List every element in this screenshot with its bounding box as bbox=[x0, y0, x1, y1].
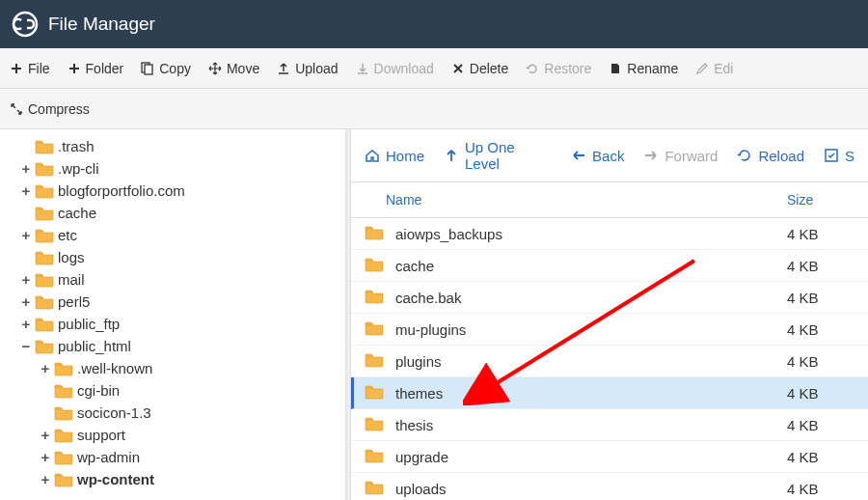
toolbar-secondary: Compress bbox=[0, 89, 868, 129]
back-icon bbox=[571, 148, 586, 163]
select-button[interactable]: S bbox=[824, 148, 854, 164]
tree-item[interactable]: +perl5 bbox=[19, 291, 339, 313]
tree-item[interactable]: +wp-content bbox=[39, 468, 339, 490]
tree-item[interactable]: logs bbox=[19, 246, 339, 268]
folder-label: Folder bbox=[86, 61, 124, 76]
expand-icon[interactable]: + bbox=[39, 360, 52, 376]
folder-icon bbox=[35, 250, 54, 265]
folder-icon bbox=[365, 448, 386, 465]
up-icon bbox=[444, 148, 459, 163]
expand-icon[interactable]: + bbox=[39, 449, 52, 465]
home-button[interactable]: Home bbox=[365, 148, 424, 164]
name-column-header[interactable]: Name bbox=[365, 192, 787, 208]
move-button[interactable]: Move bbox=[208, 61, 259, 76]
tree-item-label: wp-content bbox=[77, 471, 154, 487]
download-icon bbox=[356, 62, 369, 75]
table-header: Name Size bbox=[351, 182, 868, 218]
collapse-icon[interactable]: − bbox=[19, 338, 33, 354]
file-name: plugins bbox=[395, 353, 787, 370]
rename-icon bbox=[609, 62, 622, 75]
edit-button[interactable]: Edi bbox=[695, 61, 733, 76]
plus-icon bbox=[10, 62, 23, 75]
expand-icon[interactable]: + bbox=[39, 427, 52, 443]
download-button[interactable]: Download bbox=[356, 61, 434, 76]
tree-item[interactable]: +.well-known bbox=[39, 357, 339, 379]
file-row[interactable]: cache4 KB bbox=[351, 250, 868, 282]
tree-item[interactable]: −public_html bbox=[19, 335, 339, 357]
tree-item[interactable]: .trash bbox=[19, 135, 339, 157]
toolbar-main: File Folder Copy Move Upload Download De… bbox=[0, 48, 868, 89]
folder-icon bbox=[35, 161, 54, 177]
folder-icon bbox=[365, 384, 386, 402]
expand-icon[interactable]: + bbox=[19, 227, 33, 243]
tree-item[interactable]: +.wp-cli bbox=[19, 157, 339, 180]
file-row[interactable]: thesis4 KB bbox=[351, 409, 868, 441]
file-size: 4 KB bbox=[787, 385, 854, 402]
restore-icon bbox=[526, 62, 539, 75]
file-name: thesis bbox=[395, 417, 787, 433]
file-size: 4 KB bbox=[787, 449, 854, 465]
folder-icon bbox=[35, 272, 54, 288]
tree-item[interactable]: +public_ftp bbox=[19, 313, 339, 335]
folder-button[interactable]: Folder bbox=[68, 61, 124, 76]
file-row[interactable]: upgrade4 KB bbox=[351, 441, 868, 473]
expand-icon[interactable]: + bbox=[19, 271, 33, 288]
back-button[interactable]: Back bbox=[571, 148, 624, 164]
tree-item[interactable]: +blogforportfolio.com bbox=[19, 180, 339, 202]
tree-item[interactable]: +etc bbox=[19, 224, 339, 246]
tree-item[interactable]: cache bbox=[19, 202, 339, 224]
delete-button[interactable]: Delete bbox=[451, 61, 508, 76]
select-label: S bbox=[845, 148, 854, 164]
rename-button[interactable]: Rename bbox=[609, 61, 678, 76]
edit-icon bbox=[695, 62, 709, 75]
file-row[interactable]: mu-plugins4 KB bbox=[351, 314, 868, 346]
restore-button[interactable]: Restore bbox=[526, 61, 591, 76]
file-row[interactable]: plugins4 KB bbox=[351, 346, 868, 377]
copy-button[interactable]: Copy bbox=[141, 61, 191, 76]
up-level-button[interactable]: Up One Level bbox=[444, 139, 552, 172]
tree-item[interactable]: +wp-admin bbox=[39, 446, 339, 468]
tree-item[interactable]: +mail bbox=[19, 268, 339, 291]
file-label: File bbox=[28, 61, 50, 76]
file-name: aiowps_backups bbox=[395, 226, 787, 242]
tree-item[interactable]: +support bbox=[39, 424, 339, 446]
tree-item[interactable]: socicon-1.3 bbox=[39, 402, 339, 424]
download-label: Download bbox=[374, 61, 434, 76]
expand-icon[interactable]: + bbox=[19, 316, 33, 332]
reload-icon bbox=[737, 148, 752, 163]
back-label: Back bbox=[592, 148, 624, 164]
expand-icon[interactable]: + bbox=[19, 182, 33, 199]
file-row[interactable]: cache.bak4 KB bbox=[351, 282, 868, 314]
reload-label: Reload bbox=[758, 148, 804, 164]
file-row[interactable]: aiowps_backups4 KB bbox=[351, 218, 868, 250]
folder-icon bbox=[54, 450, 73, 465]
folder-icon bbox=[35, 183, 54, 199]
tree-item-label: cgi-bin bbox=[77, 382, 120, 399]
folder-icon bbox=[35, 317, 54, 332]
size-column-header[interactable]: Size bbox=[787, 192, 854, 208]
tree-item-label: .wp-cli bbox=[58, 160, 99, 177]
svg-rect-2 bbox=[145, 65, 152, 74]
file-row[interactable]: uploads4 KB bbox=[351, 473, 868, 500]
file-button[interactable]: File bbox=[10, 61, 50, 76]
upload-button[interactable]: Upload bbox=[277, 61, 338, 76]
restore-label: Restore bbox=[544, 61, 591, 76]
compress-button[interactable]: Compress bbox=[10, 101, 90, 117]
file-name: cache.bak bbox=[395, 290, 787, 306]
tree-item-label: perl5 bbox=[58, 293, 90, 310]
file-size: 4 KB bbox=[787, 353, 854, 370]
folder-icon bbox=[365, 352, 386, 370]
expand-icon[interactable]: + bbox=[39, 471, 52, 487]
expand-icon[interactable]: + bbox=[19, 293, 33, 310]
forward-button[interactable]: Forward bbox=[643, 148, 718, 164]
home-icon bbox=[365, 148, 380, 163]
folder-icon bbox=[35, 339, 54, 354]
folder-icon bbox=[365, 416, 386, 433]
expand-icon[interactable]: + bbox=[19, 160, 33, 177]
folder-icon bbox=[365, 480, 386, 497]
folder-tree: .trash+.wp-cli+blogforportfolio.comcache… bbox=[0, 129, 345, 500]
file-row[interactable]: themes4 KB bbox=[351, 377, 868, 409]
reload-button[interactable]: Reload bbox=[737, 148, 804, 164]
tree-item[interactable]: cgi-bin bbox=[39, 379, 339, 402]
check-icon bbox=[824, 148, 839, 163]
